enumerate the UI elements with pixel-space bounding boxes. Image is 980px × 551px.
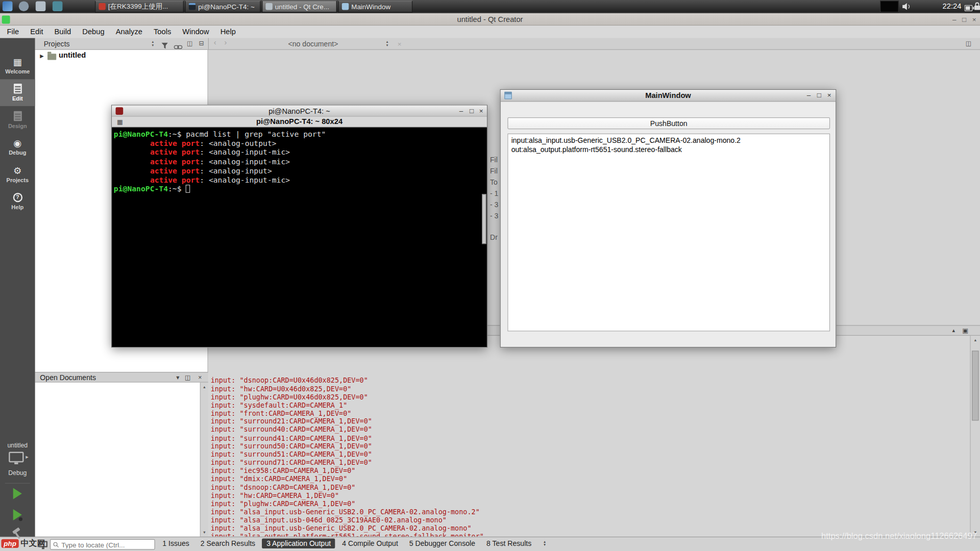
output-line: input: "alsa_input.usb-Generic_USB2.0_PC… <box>211 508 484 516</box>
close-button[interactable]: × <box>972 16 976 23</box>
terminal-scrollbar-thumb[interactable] <box>482 194 486 244</box>
terminal-size-title: pi@NanoPC-T4: ~ 80x24 <box>112 117 487 126</box>
nav-pane-combo-icon[interactable]: ▴▾ <box>152 41 154 47</box>
device-text-area[interactable]: input:alsa_input.usb-Generic_USB2.0_PC_C… <box>507 134 830 332</box>
minimize-button[interactable]: – <box>952 16 957 23</box>
open-documents-header: Open Documents ▾ ◫ × <box>35 372 208 383</box>
debug-icon: ◉ <box>13 138 21 147</box>
scroll-up-icon[interactable]: ▴ <box>201 384 208 389</box>
browser-icon[interactable] <box>19 1 29 11</box>
port-value: : <analog-input> <box>200 166 272 175</box>
mode-welcome[interactable]: ▦ Welcome <box>0 53 35 80</box>
maximize-button[interactable]: □ <box>817 92 821 98</box>
port-value: : <analog-output> <box>200 139 276 147</box>
output-line: input: "front:CARD=CAMERA_1,DEV=0" <box>211 409 484 417</box>
editor-split-icon[interactable]: ◫ <box>966 39 972 48</box>
kit-selector-icon[interactable] <box>9 452 23 463</box>
application-output-area[interactable]: input: "dsnoop:CARD=U0x46d0x825,DEV=0"in… <box>208 336 970 537</box>
menu-item[interactable]: Analyze <box>110 26 148 38</box>
csdn-watermark: https://blog.csdn.net/xiaolong1126626497 <box>821 531 977 540</box>
maximize-button[interactable]: □ <box>470 107 474 114</box>
output-pane-button[interactable]: 2 Search Results <box>196 539 259 549</box>
nav-pane-title[interactable]: Projects <box>44 40 70 47</box>
mode-projects[interactable]: ⚙ Projects <box>0 161 35 188</box>
maximize-button[interactable]: □ <box>962 16 966 23</box>
document-selector-combo-icon[interactable]: ▴▾ <box>386 41 388 47</box>
run-button[interactable] <box>13 488 22 499</box>
mode-label: Design <box>8 123 27 129</box>
forward-icon[interactable]: › <box>225 38 227 47</box>
taskbar-window-mainwindow[interactable]: MainWindow <box>338 1 412 12</box>
clock[interactable]: 22:24 <box>943 0 962 13</box>
kit-config-name: Debug <box>0 469 35 476</box>
maximize-pane-icon[interactable]: ▣ <box>962 327 968 334</box>
output-pane-button[interactable]: 3 Application Output <box>262 539 335 549</box>
close-split-icon[interactable]: ⊟ <box>199 39 204 48</box>
menu-item[interactable]: Edit <box>24 26 48 38</box>
project-tree-item[interactable]: untitled <box>59 51 86 59</box>
taskbar-window-rk3399[interactable]: [在RK3399上使用... <box>95 1 184 12</box>
terminal-titlebar[interactable]: pi@NanoPC-T4: ~ – □ × <box>112 106 487 117</box>
mainwindow-titlebar[interactable]: MainWindow – □ × <box>501 90 836 102</box>
mode-design[interactable]: Design <box>0 107 35 134</box>
output-pane-buttons: 1 Issues2 Search Results3 Application Ou… <box>158 539 536 549</box>
menu-item[interactable]: Debug <box>77 26 110 38</box>
welcome-icon: ▦ <box>13 57 22 66</box>
taskbar-window-terminal[interactable]: pi@NanoPC-T4: ~ <box>185 1 260 12</box>
terminal-prompt-line: pi@NanoPC-T4:~$ <box>114 185 486 194</box>
document-selector[interactable]: <no document> <box>241 40 385 47</box>
open-documents-scrollbar[interactable]: ▴ ▾ <box>200 383 208 537</box>
terminal-tabs-icon[interactable]: ▦ <box>117 118 123 125</box>
pane-close-icon[interactable]: × <box>198 374 202 381</box>
close-button[interactable]: × <box>479 107 483 114</box>
mode-edit[interactable]: Edit <box>0 79 35 106</box>
output-pane-button[interactable]: 4 Compile Output <box>338 539 403 549</box>
lock-icon[interactable] <box>974 2 980 13</box>
app-menu-icon[interactable] <box>3 1 13 11</box>
menu-item[interactable]: Tools <box>148 26 177 38</box>
minimize-button[interactable]: – <box>459 107 463 114</box>
output-pane-button[interactable]: 8 Test Results <box>482 539 536 549</box>
split-icon[interactable]: ◫ <box>187 39 193 48</box>
active-port-label: active port <box>150 148 200 157</box>
menu-item[interactable]: File <box>1 26 24 38</box>
scroll-up-icon[interactable]: ▴ <box>971 338 980 343</box>
display-settings-icon[interactable] <box>53 1 63 11</box>
terminal-content[interactable]: pi@NanoPC-T4:~$pacmd list | grep "active… <box>112 128 487 347</box>
collapse-pane-icon[interactable]: ▴ <box>952 327 955 333</box>
pushbutton[interactable]: PushButton <box>507 117 830 129</box>
menu-item[interactable]: Window <box>177 26 214 38</box>
fragment-text: Dr <box>490 233 498 241</box>
tree-expander-icon[interactable]: ▶ <box>40 53 44 59</box>
menu-item[interactable]: Help <box>215 26 241 38</box>
active-port-label: active port <box>150 176 200 184</box>
mode-help[interactable]: ? Help <box>0 188 35 215</box>
file-manager-icon[interactable] <box>36 1 46 11</box>
taskbar-window-qtcreator[interactable]: untitled - Qt Cre... <box>262 1 337 12</box>
kit-arrow-icon[interactable]: ▸ <box>26 454 29 460</box>
locator-field[interactable] <box>50 539 155 550</box>
close-document-icon[interactable]: × <box>398 39 402 48</box>
pane-sort-arrows[interactable]: ▴▾ <box>541 540 546 546</box>
volume-icon[interactable] <box>902 2 911 14</box>
pane-combo-icon[interactable]: ▾ <box>176 374 179 381</box>
pane-split-icon[interactable]: ◫ <box>185 374 191 381</box>
back-icon[interactable]: ‹ <box>214 38 216 47</box>
output-scrollbar-thumb[interactable] <box>972 350 978 420</box>
close-button[interactable]: × <box>827 92 831 98</box>
design-icon <box>13 111 21 121</box>
mode-label: Projects <box>7 177 29 183</box>
scroll-down-icon[interactable]: ▾ <box>201 530 208 535</box>
output-line: input: "iec958:CARD=CAMERA_1,DEV=0" <box>211 467 484 475</box>
mode-debug[interactable]: ◉ Debug <box>0 134 35 161</box>
output-pane-button[interactable]: 1 Issues <box>158 539 194 549</box>
terminal-icon <box>189 3 195 10</box>
output-scrollbar[interactable]: ▴ ▾ <box>970 336 980 537</box>
output-pane-button[interactable]: 5 Debugger Console <box>405 539 479 549</box>
tray-app-icon[interactable] <box>880 1 899 12</box>
menu-item[interactable]: Build <box>49 26 77 38</box>
battery-icon[interactable] <box>964 3 974 14</box>
chevron-down-icon: ▾ <box>152 44 154 47</box>
minimize-button[interactable]: – <box>807 92 811 98</box>
locator-input[interactable] <box>61 541 152 548</box>
